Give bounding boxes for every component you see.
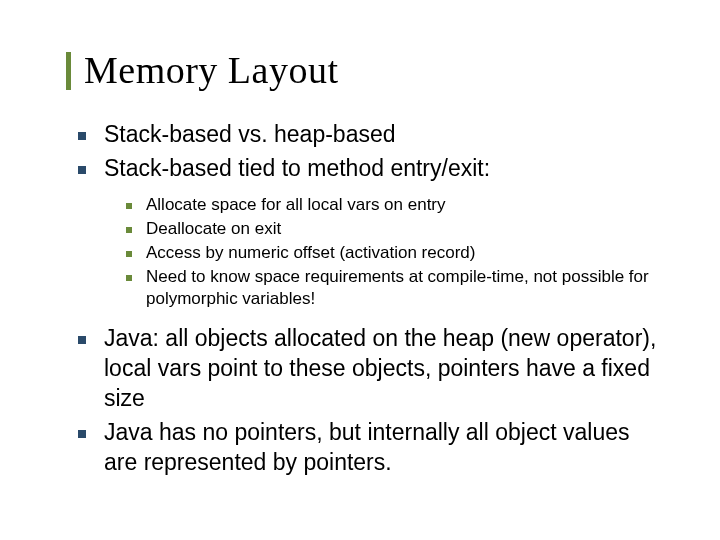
square-bullet-icon xyxy=(78,336,86,344)
square-bullet-icon xyxy=(126,203,132,209)
square-bullet-icon xyxy=(78,166,86,174)
square-bullet-icon xyxy=(78,430,86,438)
bullet-text: Need to know space requirements at compi… xyxy=(146,266,660,310)
bullet-text: Access by numeric offset (activation rec… xyxy=(146,242,475,264)
slide-content: Stack-based vs. heap-based Stack-based t… xyxy=(78,120,660,478)
square-bullet-icon xyxy=(126,227,132,233)
list-item: Java: all objects allocated on the heap … xyxy=(78,324,660,414)
title-area: Memory Layout xyxy=(70,48,660,92)
bullet-text: Java has no pointers, but internally all… xyxy=(104,418,660,478)
list-item: Access by numeric offset (activation rec… xyxy=(126,242,660,264)
square-bullet-icon xyxy=(126,275,132,281)
bullet-text: Stack-based vs. heap-based xyxy=(104,120,396,150)
bullet-text: Allocate space for all local vars on ent… xyxy=(146,194,446,216)
square-bullet-icon xyxy=(126,251,132,257)
bullet-text: Java: all objects allocated on the heap … xyxy=(104,324,660,414)
square-bullet-icon xyxy=(78,132,86,140)
list-item: Stack-based vs. heap-based xyxy=(78,120,660,150)
bullet-text: Stack-based tied to method entry/exit: xyxy=(104,154,490,184)
accent-bar xyxy=(66,52,71,90)
sublist: Allocate space for all local vars on ent… xyxy=(126,194,660,310)
list-item: Deallocate on exit xyxy=(126,218,660,240)
list-item: Stack-based tied to method entry/exit: xyxy=(78,154,660,184)
list-item: Allocate space for all local vars on ent… xyxy=(126,194,660,216)
list-item: Need to know space requirements at compi… xyxy=(126,266,660,310)
slide: Memory Layout Stack-based vs. heap-based… xyxy=(0,0,720,522)
slide-title: Memory Layout xyxy=(84,48,660,92)
bullet-text: Deallocate on exit xyxy=(146,218,281,240)
list-item: Java has no pointers, but internally all… xyxy=(78,418,660,478)
